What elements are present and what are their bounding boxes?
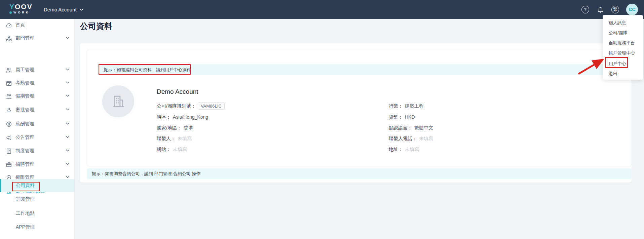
menu-item-account-center[interactable]: 帳戶管理中心 bbox=[603, 48, 643, 58]
stamp-icon bbox=[6, 107, 12, 113]
top-bar: YOOV WORK Demo Account ? 繁 CC bbox=[0, 0, 644, 19]
sidebar-subitem-work-location[interactable]: 工作地點 bbox=[0, 207, 74, 220]
sidebar-item-announcement[interactable]: 公告管理 bbox=[0, 131, 74, 144]
page-title: 公司資料 bbox=[80, 21, 112, 32]
app-root: YOOV WORK Demo Account ? 繁 CC 首頁 部門管理 bbox=[0, 0, 644, 239]
field-contact: 聯繫人：未填寫 bbox=[157, 136, 192, 142]
policy-book-icon bbox=[6, 148, 12, 154]
field-timezone: 時區：Asia/Hong_Kong bbox=[157, 114, 208, 120]
briefcase-icon bbox=[6, 161, 12, 168]
dollar-circle-icon bbox=[6, 121, 12, 127]
account-name: Demo Account bbox=[44, 7, 77, 12]
menu-item-personal-info[interactable]: 個人訊息 bbox=[603, 18, 643, 28]
logo-dot-icon bbox=[9, 11, 12, 14]
company-info-card: 提示：如需編輯公司資料，請到用戶中心操作 Demo Account 公司/團隊識… bbox=[80, 43, 632, 183]
sidebar-item-department[interactable]: 部門管理 bbox=[0, 32, 74, 45]
chevron-down-icon bbox=[66, 68, 69, 71]
field-address: 地址：未填寫 bbox=[389, 147, 419, 153]
chevron-down-icon bbox=[66, 136, 69, 138]
org-chart-icon bbox=[6, 35, 12, 42]
menu-item-company-team[interactable]: 公司/團隊 bbox=[603, 28, 643, 38]
sidebar: 首頁 部門管理 員工管理 考勤管理 假期管理 審批管理 bbox=[0, 19, 75, 239]
megaphone-icon bbox=[6, 134, 12, 141]
chevron-down-icon bbox=[66, 163, 69, 165]
calendar-check-icon bbox=[6, 80, 12, 86]
sidebar-item-approval[interactable]: 審批管理 bbox=[0, 104, 74, 116]
yoov-logo[interactable]: YOOV WORK bbox=[9, 3, 36, 14]
field-language: 默認語言：繁體中文 bbox=[389, 125, 433, 131]
chevron-down-icon bbox=[66, 176, 69, 178]
field-industry: 行業：建築工程 bbox=[389, 103, 424, 109]
sidebar-item-recruitment[interactable]: 招聘管理 bbox=[0, 158, 74, 171]
logo-text: YOOV bbox=[9, 3, 36, 10]
sidebar-subitem-app-management[interactable]: APP管理 bbox=[0, 221, 74, 234]
chevron-down-icon bbox=[66, 108, 69, 111]
menu-item-user-center[interactable]: 用戶中心 bbox=[603, 59, 643, 69]
people-icon bbox=[6, 67, 12, 73]
chevron-down-icon bbox=[66, 37, 69, 39]
building-icon bbox=[111, 94, 126, 109]
dashboard-icon bbox=[6, 22, 12, 29]
company-name: Demo Account bbox=[157, 88, 198, 95]
sidebar-subitem-subscription[interactable]: 訂閱管理 bbox=[0, 193, 74, 206]
logo-subtext: WORK bbox=[9, 10, 36, 14]
chevron-down-icon bbox=[66, 149, 69, 152]
sidebar-item-payroll[interactable]: 薪酬管理 bbox=[0, 118, 74, 130]
account-switcher[interactable]: Demo Account bbox=[44, 0, 83, 19]
chevron-down-icon bbox=[66, 94, 69, 97]
contract-tip-banner: 提示：如需調整合約公司，請到 部門管理-合約公司 操作 bbox=[87, 168, 631, 179]
chevron-down-icon bbox=[66, 81, 69, 84]
sidebar-item-policy[interactable]: 制度管理 bbox=[0, 145, 74, 157]
chevron-down-icon bbox=[66, 122, 69, 125]
vacation-icon bbox=[6, 93, 12, 99]
notification-bell-icon[interactable] bbox=[596, 5, 604, 13]
field-contact-phone: 聯繫人電話：未填寫 bbox=[389, 136, 433, 142]
chevron-down-icon bbox=[80, 8, 83, 11]
company-id-badge: VAM86LIC bbox=[198, 103, 225, 110]
sidebar-item-home[interactable]: 首頁 bbox=[0, 19, 74, 32]
field-region: 國家/地區：香港 bbox=[157, 125, 193, 131]
field-website: 網站：未填寫 bbox=[157, 147, 187, 153]
edit-tip-banner: 提示：如需編輯公司資料，請到用戶中心操作 bbox=[99, 64, 620, 75]
sidebar-subitem-company-info[interactable]: 公司資料 bbox=[0, 179, 74, 192]
menu-item-logout[interactable]: 退出 bbox=[603, 69, 643, 79]
sidebar-item-employee[interactable]: 員工管理 bbox=[0, 64, 74, 76]
sidebar-item-attendance[interactable]: 考勤管理 bbox=[0, 77, 74, 89]
sidebar-item-holiday[interactable]: 假期管理 bbox=[0, 90, 74, 103]
field-currency: 貨幣：HKD bbox=[389, 114, 415, 120]
company-avatar bbox=[102, 85, 134, 117]
user-avatar[interactable]: CC bbox=[626, 4, 638, 15]
help-icon[interactable]: ? bbox=[581, 6, 589, 13]
menu-item-self-service[interactable]: 自助服務平台 bbox=[603, 38, 643, 48]
company-info-panel: 提示：如需編輯公司資料，請到用戶中心操作 Demo Account 公司/團隊識… bbox=[87, 50, 631, 166]
user-menu-dropdown: 個人訊息 公司/團隊 自助服務平台 帳戶管理中心 用戶中心 退出 bbox=[603, 15, 643, 80]
language-icon[interactable]: 繁 bbox=[611, 6, 619, 13]
field-company-id: 公司/團隊識別號：VAM86LIC bbox=[157, 103, 225, 109]
